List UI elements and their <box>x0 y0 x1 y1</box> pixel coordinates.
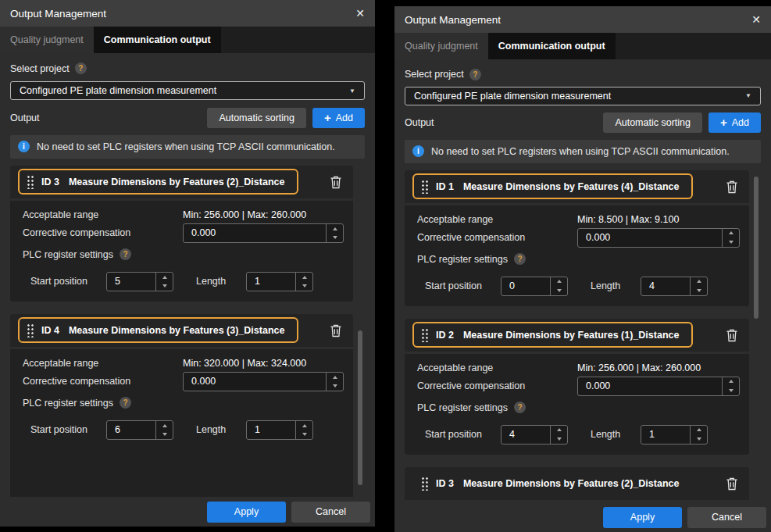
help-icon[interactable]: ? <box>514 253 526 265</box>
spinner-up-icon[interactable] <box>691 277 707 287</box>
spinner-up-icon[interactable] <box>551 426 567 435</box>
spinner-down-icon[interactable] <box>296 281 312 291</box>
scrollbar-thumb[interactable] <box>358 330 362 485</box>
drag-handle-icon[interactable] <box>27 174 34 189</box>
spinner-down-icon[interactable] <box>327 381 343 391</box>
acceptable-range-value: Min: 320.000 | Max: 324.000 <box>183 358 344 369</box>
plc-register-settings-label: PLC register settings <box>417 402 508 413</box>
spinner-up-icon[interactable] <box>723 377 739 387</box>
corrective-compensation-input[interactable]: 0.000 <box>183 223 344 243</box>
delete-icon[interactable] <box>330 175 342 189</box>
output-card-header[interactable]: ID 4 Measure Dimensions by Features (3)_… <box>10 314 353 347</box>
input-value: 1 <box>641 426 690 444</box>
window-title: Output Management <box>10 8 106 20</box>
spinner-up-icon[interactable] <box>551 277 567 287</box>
scrollbar[interactable] <box>754 170 759 501</box>
spinner-down-icon[interactable] <box>296 430 312 439</box>
scrollbar[interactable] <box>358 166 363 495</box>
help-icon[interactable]: ? <box>120 248 131 260</box>
length-input[interactable]: 1 <box>641 425 708 445</box>
acceptable-range-label: Acceptable range <box>417 214 577 225</box>
length-input[interactable]: 4 <box>641 277 708 296</box>
start-position-input[interactable]: 0 <box>501 277 568 296</box>
cancel-button[interactable]: Cancel <box>291 502 370 523</box>
delete-icon[interactable] <box>726 477 738 491</box>
start-position-input[interactable]: 6 <box>106 420 173 440</box>
delete-icon[interactable] <box>330 323 342 337</box>
drag-handle-icon[interactable] <box>421 476 428 491</box>
automatic-sorting-button[interactable]: Automatic sorting <box>603 112 702 133</box>
register-position-row: Start position 6 Length 1 <box>23 420 344 440</box>
add-button[interactable]: + Add <box>312 108 365 128</box>
length-input[interactable]: 1 <box>246 420 313 440</box>
tab-communication-output[interactable]: Communication output <box>488 33 616 59</box>
plus-icon: + <box>720 116 727 128</box>
delete-icon[interactable] <box>726 180 738 194</box>
spinner-down-icon[interactable] <box>723 386 739 395</box>
title-bar[interactable]: Output Management ✕ <box>0 0 375 27</box>
spinner-down-icon[interactable] <box>156 281 173 291</box>
delete-icon[interactable] <box>726 328 738 342</box>
spinner-up-icon[interactable] <box>691 426 707 435</box>
spinner-up-icon[interactable] <box>296 273 312 282</box>
close-icon[interactable]: ✕ <box>355 7 365 20</box>
spinner-down-icon[interactable] <box>551 434 567 444</box>
spinner-up-icon[interactable] <box>327 373 343 382</box>
spinner-down-icon[interactable] <box>691 286 707 295</box>
spinner-down-icon[interactable] <box>723 237 739 247</box>
select-project-row: Select project ? <box>405 67 761 81</box>
tab-label: Quality judgment <box>405 41 478 52</box>
close-icon[interactable]: ✕ <box>751 13 761 26</box>
spinner-up-icon[interactable] <box>156 273 173 282</box>
add-button[interactable]: + Add <box>709 112 761 133</box>
chevron-down-icon: ▼ <box>745 92 751 99</box>
spinner-down-icon[interactable] <box>691 434 707 444</box>
spinner-down-icon[interactable] <box>156 430 173 439</box>
spinner-down-icon[interactable] <box>327 233 343 242</box>
length-label: Length <box>591 429 641 440</box>
spinner-up-icon[interactable] <box>327 224 343 234</box>
start-position-input[interactable]: 4 <box>501 425 568 445</box>
footer: Apply Cancel <box>394 502 771 532</box>
drag-handle-icon[interactable] <box>27 323 34 337</box>
corrective-compensation-input[interactable]: 0.000 <box>577 228 740 248</box>
spinner-up-icon[interactable] <box>156 421 173 430</box>
tab-quality-judgment[interactable]: Quality judgment <box>394 33 488 59</box>
spinner-up-icon[interactable] <box>723 229 739 238</box>
help-icon[interactable]: ? <box>75 62 87 74</box>
spinner-arrows <box>722 377 739 395</box>
corrective-compensation-input[interactable]: 0.000 <box>577 377 740 396</box>
select-project-label: Select project <box>405 69 464 80</box>
output-card-header[interactable]: ID 2 Measure Dimensions by Features (1)_… <box>405 319 749 352</box>
help-icon[interactable]: ? <box>514 402 526 413</box>
length-input[interactable]: 1 <box>246 272 313 291</box>
spinner-up-icon[interactable] <box>296 421 312 430</box>
output-card-body: Acceptable range Min: 256.000 | Max: 260… <box>10 201 353 302</box>
project-select[interactable]: Configured PE plate dimension measuremen… <box>10 81 365 100</box>
spinner-arrows <box>690 277 707 295</box>
apply-button[interactable]: Apply <box>603 507 682 528</box>
project-select[interactable]: Configured PE plate dimension measuremen… <box>405 87 761 105</box>
output-label: Output <box>405 117 434 128</box>
automatic-sorting-button[interactable]: Automatic sorting <box>207 108 306 128</box>
cancel-button[interactable]: Cancel <box>687 507 766 528</box>
input-value: 5 <box>107 273 155 291</box>
tab-quality-judgment[interactable]: Quality judgment <box>0 27 94 53</box>
help-icon[interactable]: ? <box>469 69 481 80</box>
title-bar[interactable]: Output Management ✕ <box>394 6 771 33</box>
spinner-down-icon[interactable] <box>551 286 567 295</box>
output-card-header[interactable]: ID 1 Measure Dimensions by Features (4)_… <box>405 170 749 203</box>
tab-communication-output[interactable]: Communication output <box>94 27 221 53</box>
drag-handle-icon[interactable] <box>421 179 428 194</box>
corrective-compensation-input[interactable]: 0.000 <box>183 372 344 391</box>
apply-button[interactable]: Apply <box>207 502 286 523</box>
output-card-header[interactable]: ID 3 Measure Dimensions by Features (2)_… <box>405 467 749 500</box>
start-position-input[interactable]: 5 <box>106 272 173 291</box>
scrollbar-thumb[interactable] <box>754 177 759 319</box>
project-select-value: Configured PE plate dimension measuremen… <box>20 85 216 96</box>
highlight-box: ID 3 Measure Dimensions by Features (2)_… <box>18 169 298 195</box>
output-card-header[interactable]: ID 3 Measure Dimensions by Features (2)_… <box>10 166 353 198</box>
info-banner: i No need to set PLC registers when usin… <box>10 135 365 159</box>
help-icon[interactable]: ? <box>120 397 131 409</box>
drag-handle-icon[interactable] <box>421 327 428 342</box>
